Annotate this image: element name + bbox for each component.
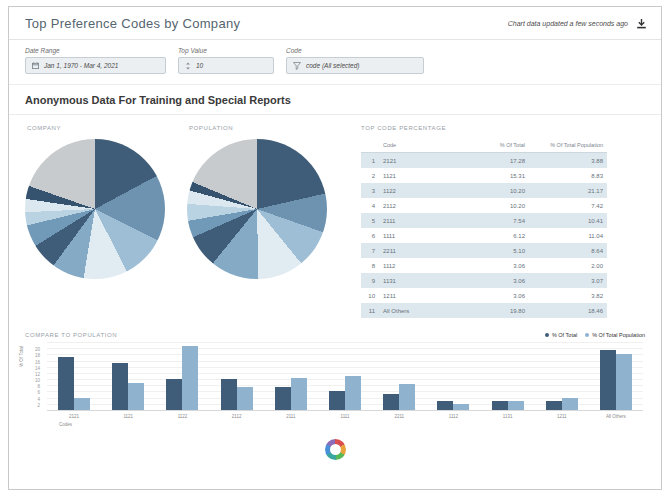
y-tick-label: 12 [35, 371, 40, 376]
bar-group[interactable] [155, 343, 209, 410]
table-cell: 8 [361, 258, 379, 273]
table-col-header [361, 139, 379, 153]
bar[interactable] [453, 404, 469, 410]
table-row: 811123.062.00 [361, 258, 607, 273]
table-cell: 11 [361, 303, 379, 318]
table-cell: 21.17 [529, 183, 607, 198]
table-cell: 6.12 [457, 228, 529, 243]
top-code-table-block: TOP CODE PERCENTAGE Code% Of Total% Of T… [361, 121, 607, 327]
compare-bar-section: COMPARE TO POPULATION % Of Total% Of Tot… [9, 327, 661, 427]
bar[interactable] [112, 363, 128, 410]
table-cell: 1112 [379, 258, 457, 273]
bar-chart-title: COMPARE TO POPULATION [25, 332, 117, 338]
date-range-input[interactable]: Jan 1, 1970 - Mar 4, 2021 [25, 57, 166, 74]
population-pie-block: POPULATION [187, 121, 339, 327]
bar-group[interactable] [426, 343, 480, 410]
bar[interactable] [58, 357, 74, 410]
table-row: 4211210.207.42 [361, 198, 607, 213]
bar[interactable] [221, 379, 237, 410]
table-cell: 1111 [379, 228, 457, 243]
table-cell: 5.10 [457, 243, 529, 258]
x-tick-label: 2211 [372, 411, 426, 419]
bar-group[interactable] [481, 343, 535, 410]
top-value-input[interactable]: 10 [178, 57, 274, 74]
table-cell: 1131 [379, 273, 457, 288]
bar-chart-header: COMPARE TO POPULATION % Of Total% Of Tot… [25, 332, 645, 338]
bar[interactable] [291, 378, 307, 410]
download-icon [636, 18, 647, 29]
bar-group[interactable] [47, 343, 101, 410]
dashboard-card: Top Preference Codes by Company Chart da… [8, 6, 662, 490]
table-cell: 8.83 [529, 168, 607, 183]
bar-group[interactable] [589, 343, 643, 410]
bar[interactable] [600, 350, 616, 410]
bar[interactable] [166, 379, 182, 410]
bar[interactable] [128, 383, 144, 410]
top-code-table: Code% Of Total% Of Total Population 1212… [361, 139, 607, 318]
legend-item[interactable]: % Of Total [545, 332, 577, 338]
legend-item[interactable]: % Of Total Population [585, 332, 645, 338]
filter-code: Code code (All selected) [286, 47, 424, 74]
bar[interactable] [345, 376, 361, 410]
table-cell: 1211 [379, 288, 457, 303]
bar[interactable] [329, 391, 345, 410]
date-range-label: Date Range [25, 47, 166, 54]
y-tick-label: 16 [35, 359, 40, 364]
table-header-row: Code% Of Total% Of Total Population [361, 139, 607, 153]
bar[interactable] [546, 401, 562, 410]
bar[interactable] [237, 387, 253, 410]
bar-group[interactable] [210, 343, 264, 410]
bar-chart-plot: % Of Total 2468101214161820 [25, 343, 645, 411]
bar[interactable] [562, 398, 578, 410]
bar-group[interactable] [264, 343, 318, 410]
bar[interactable] [74, 398, 90, 410]
x-tick-label: 1211 [535, 411, 589, 419]
bar[interactable] [399, 384, 415, 410]
bar-group[interactable] [535, 343, 589, 410]
x-tick-label: 1122 [155, 411, 209, 419]
population-pie-chart[interactable] [187, 139, 327, 279]
bar-group[interactable] [318, 343, 372, 410]
table-row: 722115.108.64 [361, 243, 607, 258]
table-row: 911313.063.07 [361, 273, 607, 288]
table-cell: 17.28 [457, 153, 529, 169]
table-cell: 7.42 [529, 198, 607, 213]
legend-dot-icon [585, 333, 589, 337]
table-cell: 11.04 [529, 228, 607, 243]
filter-date-range: Date Range Jan 1, 1970 - Mar 4, 2021 [25, 47, 166, 74]
bar[interactable] [383, 394, 399, 410]
table-cell: 2211 [379, 243, 457, 258]
x-tick-label: 1112 [426, 411, 480, 419]
code-select[interactable]: code (All selected) [286, 57, 424, 74]
population-pie-label: POPULATION [189, 125, 339, 131]
filter-icon [293, 62, 301, 70]
table-cell: 3.88 [529, 153, 607, 169]
table-cell: 4 [361, 198, 379, 213]
x-tick-label: 2121 [47, 411, 101, 419]
table-cell: 3.06 [457, 258, 529, 273]
calendar-icon [32, 62, 39, 69]
company-pie-chart[interactable] [25, 139, 165, 279]
table-cell: 3.82 [529, 288, 607, 303]
brand-logo[interactable] [325, 439, 346, 460]
table-cell: 3 [361, 183, 379, 198]
bar[interactable] [182, 346, 198, 410]
table-row: 11All Others19.8018.46 [361, 303, 607, 318]
page-title: Top Preference Codes by Company [25, 16, 240, 31]
bar[interactable] [492, 401, 508, 410]
bar[interactable] [437, 401, 453, 410]
y-tick-label: 20 [35, 347, 40, 352]
bar[interactable] [616, 354, 632, 410]
code-value: code (All selected) [306, 62, 359, 69]
bar[interactable] [508, 401, 524, 410]
bars-area [47, 343, 643, 411]
legend-label: % Of Total Population [592, 332, 645, 338]
table-cell: 18.46 [529, 303, 607, 318]
x-tick-label: 1131 [481, 411, 535, 419]
y-tick-label: 4 [37, 396, 40, 401]
legend: % Of Total% Of Total Population [545, 332, 645, 338]
bar-group[interactable] [101, 343, 155, 410]
download-button[interactable] [635, 18, 647, 30]
bar[interactable] [275, 387, 291, 410]
bar-group[interactable] [372, 343, 426, 410]
